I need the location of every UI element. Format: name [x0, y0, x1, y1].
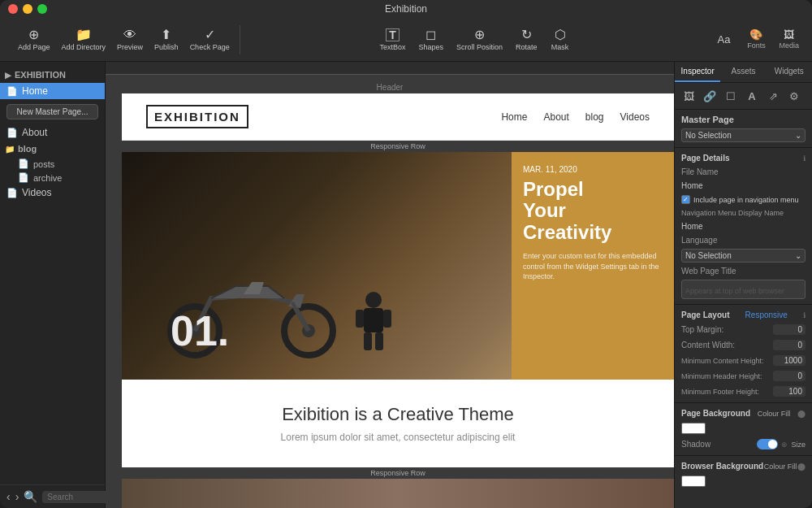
- check-page-button[interactable]: ✓ Check Page: [185, 25, 235, 54]
- shapes-button[interactable]: ◻ Shapes: [414, 25, 449, 54]
- svg-point-6: [365, 292, 382, 308]
- home-page-icon: 📄: [6, 86, 18, 97]
- canvas-area: Header EXHIBITION Home About blog Videos…: [106, 62, 674, 508]
- nav-next-button[interactable]: ›: [15, 490, 19, 503]
- file-name-row: File Name: [675, 165, 812, 179]
- sidebar-search-icon: 🔍: [24, 490, 37, 503]
- titlebar: Exhibition: [0, 0, 812, 18]
- browser-bg-colour-row: [675, 473, 812, 489]
- toolbar-left: ⊕ Add Page 📁 Add Directory 👁 Preview ⬆ P…: [8, 25, 240, 54]
- language-select[interactable]: No Selection ⌄: [681, 249, 806, 263]
- page-header: EXHIBITION Home About blog Videos: [122, 93, 674, 141]
- sidebar-item-home[interactable]: 📄 Home: [0, 83, 105, 99]
- tab-assets[interactable]: Assets: [720, 62, 766, 82]
- minimize-button[interactable]: [23, 4, 32, 14]
- toolbar-right: Aa 🎨 Fonts 🖼 Media: [709, 26, 804, 53]
- media-icon: 🖼: [784, 29, 794, 40]
- sidebar-item-archive[interactable]: 📄 archive: [0, 171, 105, 185]
- master-page-select[interactable]: No Selection ⌄: [681, 128, 806, 142]
- tab-inspector[interactable]: Inspector: [675, 62, 720, 82]
- page-details-header: Page Details ℹ: [675, 151, 812, 165]
- page-layout-info-icon: ℹ: [803, 311, 806, 319]
- svg-rect-8: [356, 310, 364, 328]
- font-size-button[interactable]: Aa: [709, 26, 738, 53]
- web-page-title-row: Web Page Title: [675, 264, 812, 278]
- hero-section[interactable]: 01. MAR. 11, 2020 PropelYourCreativity E…: [122, 152, 674, 380]
- mask-icon: ⬡: [555, 28, 566, 41]
- panel-text-icon[interactable]: A: [743, 87, 761, 105]
- nav-blog[interactable]: blog: [585, 111, 604, 123]
- site-folder-icon: ▶: [5, 71, 11, 80]
- posts-page-icon: 📄: [18, 158, 29, 169]
- about-page-icon: 📄: [6, 128, 18, 138]
- sidebar-item-videos[interactable]: 📄 Videos: [0, 185, 105, 201]
- media-button[interactable]: 🖼 Media: [774, 26, 804, 53]
- tab-widgets[interactable]: Widgets: [767, 62, 812, 82]
- shadow-row: Shadow ⊕ Size: [675, 436, 812, 452]
- panel-icon-row: 🖼 🔗 ☐ A ⇗ ⚙: [675, 83, 812, 110]
- rotate-icon: ↻: [521, 28, 532, 41]
- panel-image-icon[interactable]: 🖼: [680, 87, 698, 105]
- top-margin-row: Top Margin: 0: [675, 322, 812, 337]
- web-page-title-input[interactable]: Appears at top of web browser: [681, 280, 806, 299]
- responsive-row-label-2: Responsive Row: [122, 467, 674, 479]
- panel-gear-icon[interactable]: ⚙: [785, 87, 803, 105]
- sidebar-site-header: ▶ EXHIBITION: [0, 67, 105, 83]
- canvas-content[interactable]: Header EXHIBITION Home About blog Videos…: [106, 75, 674, 508]
- panel-link2-icon[interactable]: ⇗: [764, 87, 782, 105]
- fill-icon: ⬤: [797, 410, 806, 418]
- hero-date: MAR. 11, 2020: [523, 165, 663, 174]
- shadow-toggle-thumb: [768, 440, 777, 449]
- svg-rect-10: [364, 332, 372, 350]
- hero-overlay: MAR. 11, 2020 PropelYourCreativity Enter…: [512, 152, 674, 380]
- sidebar-bottom: ‹ › 🔍: [0, 484, 105, 508]
- page-bg-colour-swatch[interactable]: [681, 423, 706, 434]
- nav-videos[interactable]: Videos: [620, 111, 650, 123]
- page-background-header: Page Background Colour Fill ⬤: [675, 406, 812, 420]
- header-label: Header: [122, 83, 658, 92]
- new-master-page-button[interactable]: New Master Page...: [6, 104, 98, 119]
- panel-box-icon[interactable]: ☐: [722, 87, 740, 105]
- preview-button[interactable]: 👁 Preview: [112, 25, 148, 54]
- scroll-position-button[interactable]: ⊕ Scroll Position: [451, 25, 508, 54]
- include-nav-checkbox[interactable]: ✓: [681, 195, 690, 204]
- content-subtitle: Lorem ipsum dolor sit amet, consectetur …: [138, 432, 658, 443]
- nav-home[interactable]: Home: [501, 111, 527, 123]
- panel-tabs: Inspector Assets Widgets: [675, 62, 812, 83]
- page-layout-header: Page Layout Responsive ℹ: [675, 308, 812, 322]
- canvas-ruler: [106, 62, 674, 75]
- sidebar-item-posts[interactable]: 📄 posts: [0, 157, 105, 171]
- rotate-button[interactable]: ↻ Rotate: [511, 25, 542, 54]
- textbox-button[interactable]: T TextBox: [375, 25, 411, 54]
- panel-link-icon[interactable]: 🔗: [701, 87, 719, 105]
- hero-number: 01.: [171, 306, 229, 355]
- sidebar-item-blog[interactable]: 📁 blog: [0, 141, 105, 157]
- site-logo: EXHIBITION: [146, 105, 248, 128]
- fonts-button[interactable]: 🎨 Fonts: [741, 26, 771, 53]
- sidebar-item-about[interactable]: 📄 About: [0, 124, 105, 141]
- nav-prev-button[interactable]: ‹: [6, 490, 11, 503]
- browser-fill-icon: ⬤: [797, 462, 806, 471]
- divider-3: [675, 402, 812, 403]
- shapes-icon: ◻: [425, 28, 436, 41]
- shadow-toggle-track[interactable]: [757, 439, 778, 449]
- maximize-button[interactable]: [37, 4, 47, 14]
- nav-about[interactable]: About: [543, 111, 568, 123]
- publish-button[interactable]: ⬆ Publish: [149, 25, 184, 54]
- include-nav-row: ✓ Include page in navigation menu: [675, 193, 812, 206]
- shadow-expand-icon: ⊕: [781, 441, 788, 449]
- add-page-button[interactable]: ⊕ Add Page: [13, 25, 55, 54]
- add-directory-button[interactable]: 📁 Add Directory: [57, 25, 111, 54]
- page-canvas[interactable]: EXHIBITION Home About blog Videos Respon…: [122, 93, 674, 508]
- browser-bg-colour-swatch[interactable]: [681, 475, 706, 487]
- hero-description: Enter your custom text for this embedded…: [523, 251, 663, 282]
- min-header-height-row: Minimum Header Height: 0: [675, 368, 812, 384]
- person-illustration: [349, 290, 398, 355]
- shadow-toggle[interactable]: ⊕: [757, 439, 788, 449]
- archive-page-icon: 📄: [18, 172, 29, 183]
- close-button[interactable]: [8, 4, 18, 14]
- language-row: Language: [675, 233, 812, 247]
- mask-button[interactable]: ⬡ Mask: [546, 25, 575, 54]
- preview-icon: 👁: [123, 28, 136, 41]
- toolbar-center: T TextBox ◻ Shapes ⊕ Scroll Position ↻ R…: [244, 25, 706, 54]
